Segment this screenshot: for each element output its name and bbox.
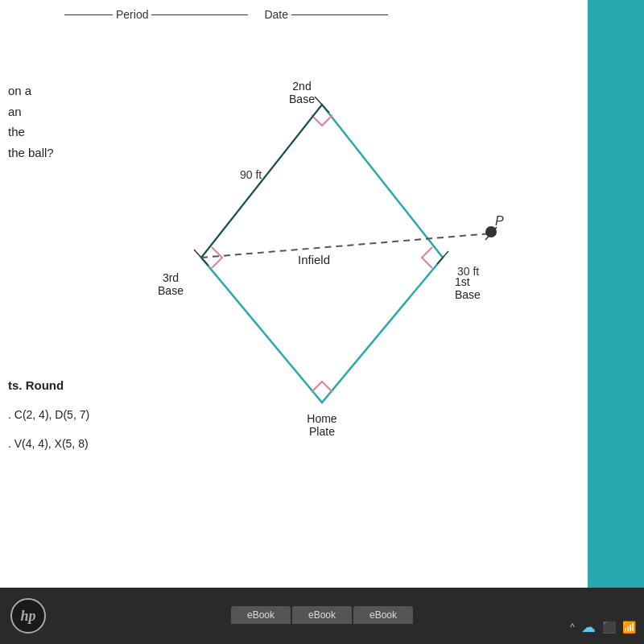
svg-text:2nd: 2nd [292,80,311,93]
display-icon: ⬛ [602,621,616,634]
svg-text:P: P [495,214,504,228]
line4: the ball? [8,142,54,163]
hp-circle: hp [10,598,46,634]
left-text-block: on a an the the ball? [8,80,54,163]
svg-text:Base: Base [158,284,184,297]
wifi-icon: 📶 [622,621,636,634]
svg-text:3rd: 3rd [163,271,179,284]
tab-ebook-2[interactable]: eBook [292,606,352,624]
header: Period Date [0,8,580,21]
cloud-icon: ☁ [581,618,596,636]
tab-ebook-3[interactable]: eBook [353,606,413,624]
problem2: . V(4, 4), X(5, 8) [8,437,572,450]
line2: an [8,101,54,122]
hp-logo: hp [8,596,48,636]
period-label: Period [116,8,148,21]
taskbar: hp eBook eBook eBook ^ ☁ ⬛ 📶 [0,588,644,644]
system-tray: ^ ☁ ⬛ 📶 [570,618,636,636]
period-line [151,14,248,15]
bottom-section: ts. Round . C(2, 4), D(5, 7) . V(4, 4), … [8,378,572,466]
main-content: Period Date on a an the the ball? [0,0,588,588]
svg-text:Infield: Infield [298,253,330,266]
line1: on a [8,80,54,101]
date-line [291,14,388,15]
svg-line-4 [201,233,491,258]
header-line-left [64,14,113,15]
teal-sidebar [588,0,644,588]
svg-text:90 ft: 90 ft [240,168,262,181]
round-label: ts. Round [8,378,572,392]
svg-text:1st: 1st [455,275,470,288]
date-label: Date [264,8,288,21]
problem1: . C(2, 4), D(5, 7) [8,408,572,421]
svg-line-3 [201,105,322,258]
tab-ebook-1[interactable]: eBook [231,606,291,624]
taskbar-tabs: eBook eBook eBook [231,606,413,624]
line3: the [8,122,54,142]
caret-icon: ^ [570,621,575,633]
svg-point-7 [485,226,497,237]
svg-text:Base: Base [455,288,481,301]
svg-text:Base: Base [289,93,315,105]
hp-text: hp [20,608,35,625]
